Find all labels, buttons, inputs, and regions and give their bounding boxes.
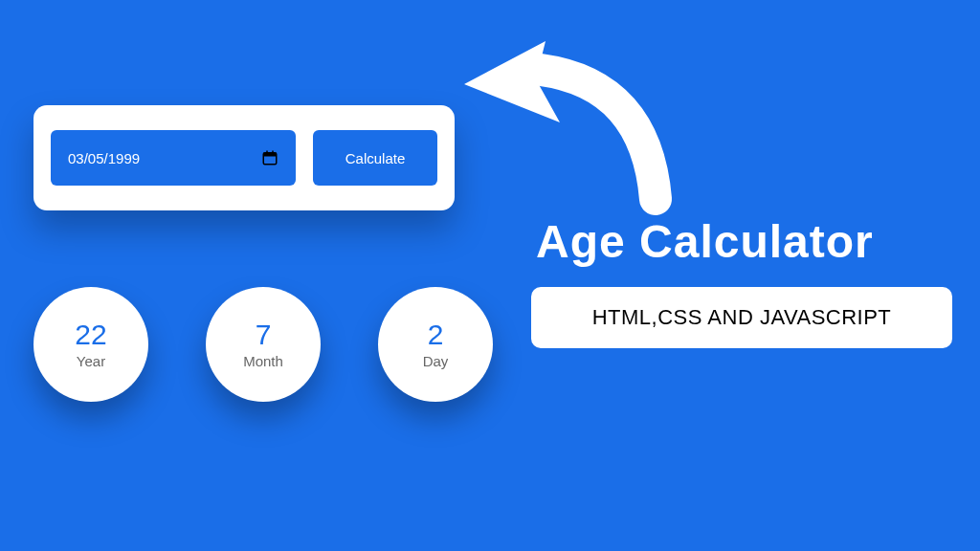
date-value: 03/05/1999: [68, 150, 140, 166]
calculate-button-label: Calculate: [345, 150, 406, 166]
day-label: Day: [423, 353, 449, 369]
svg-rect-1: [263, 153, 277, 157]
day-circle: 2 Day: [378, 287, 493, 402]
svg-rect-3: [272, 151, 274, 155]
subtitle-text: HTML,CSS AND JAVASCRIPT: [592, 305, 892, 330]
calendar-icon[interactable]: [261, 149, 278, 166]
year-label: Year: [77, 353, 105, 369]
month-value: 7: [256, 320, 272, 349]
calculate-button[interactable]: Calculate: [313, 130, 437, 186]
page-title: Age Calculator: [536, 215, 874, 268]
year-value: 22: [75, 320, 106, 349]
day-value: 2: [428, 320, 444, 349]
results-row: 22 Year 7 Month 2 Day: [33, 287, 493, 402]
arrow-icon: [455, 27, 675, 218]
date-input[interactable]: 03/05/1999: [51, 130, 296, 186]
calculator-card: 03/05/1999 Calculate: [33, 105, 455, 210]
month-label: Month: [243, 353, 283, 369]
year-circle: 22 Year: [33, 287, 148, 402]
month-circle: 7 Month: [206, 287, 321, 402]
subtitle-box: HTML,CSS AND JAVASCRIPT: [531, 287, 952, 348]
svg-rect-2: [266, 151, 268, 155]
